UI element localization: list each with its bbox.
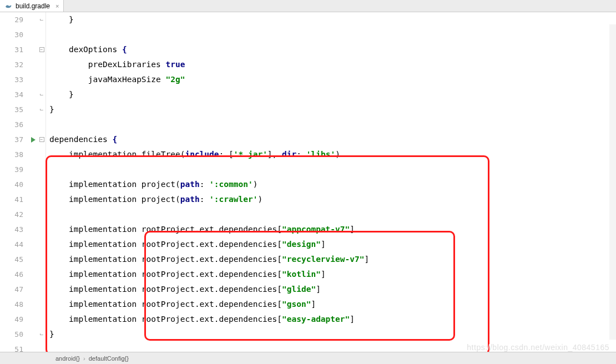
run-icon[interactable] — [31, 137, 36, 143]
line-number: 45 — [0, 252, 23, 267]
run-gutter-cell — [29, 237, 38, 252]
line-number: 43 — [0, 222, 23, 237]
run-gutter-cell — [29, 162, 38, 177]
line-number: 41 — [0, 192, 23, 207]
run-gutter-cell — [29, 252, 38, 267]
fold-collapse-icon[interactable]: − — [39, 47, 44, 52]
fold-gutter-cell[interactable]: ⌐ — [38, 12, 46, 27]
fold-gutter-cell[interactable]: ⌐ — [38, 87, 46, 102]
run-gutter — [29, 12, 38, 352]
close-icon[interactable]: × — [55, 3, 59, 9]
run-gutter-cell — [29, 177, 38, 192]
run-gutter-cell — [29, 282, 38, 297]
code-line[interactable] — [46, 207, 616, 222]
line-number: 50 — [0, 327, 23, 342]
fold-gutter-cell — [38, 162, 46, 177]
code-line[interactable]: implementation project(path: ':common') — [46, 177, 616, 192]
run-gutter-cell — [29, 147, 38, 162]
line-number: 37 — [0, 132, 23, 147]
code-line[interactable]: } — [46, 12, 616, 27]
code-line[interactable]: } — [46, 87, 616, 102]
fold-gutter-cell[interactable]: ⌐ — [38, 102, 46, 117]
run-gutter-cell — [29, 312, 38, 327]
line-number: 32 — [0, 57, 23, 72]
tab-label: build.gradle — [16, 2, 50, 10]
run-gutter-cell — [29, 12, 38, 27]
fold-gutter-cell — [38, 282, 46, 297]
run-gutter-cell — [29, 102, 38, 117]
fold-gutter-cell — [38, 147, 46, 162]
run-gutter-cell — [29, 72, 38, 87]
breadcrumb-item[interactable]: android{} — [55, 355, 80, 362]
line-number: 34 — [0, 87, 23, 102]
run-gutter-cell — [29, 27, 38, 42]
code-line[interactable]: } — [46, 327, 616, 342]
code-line[interactable]: preDexLibraries true — [46, 57, 616, 72]
breadcrumb-item[interactable]: defaultConfig{} — [89, 355, 129, 362]
tab-bar: build.gradle × — [0, 0, 616, 12]
fold-end-icon: ⌐ — [40, 12, 44, 27]
code-line[interactable]: } — [46, 102, 616, 117]
line-number-gutter: 2930313233343536373839404142434445464748… — [0, 12, 29, 352]
line-number: 29 — [0, 12, 23, 27]
line-number: 30 — [0, 27, 23, 42]
tab-build-gradle[interactable]: build.gradle × — [0, 0, 64, 12]
fold-end-icon: ⌐ — [40, 87, 44, 102]
fold-gutter-cell — [38, 297, 46, 312]
fold-end-icon: ⌐ — [40, 327, 44, 342]
fold-gutter-cell — [38, 267, 46, 282]
code-line[interactable]: implementation project(path: ':crawler') — [46, 192, 616, 207]
code-content[interactable]: } dexOptions { preDexLibraries true java… — [46, 12, 616, 352]
code-line[interactable]: implementation rootProject.ext.dependenc… — [46, 282, 616, 297]
run-gutter-cell — [29, 327, 38, 342]
fold-gutter-cell — [38, 57, 46, 72]
code-line[interactable]: implementation rootProject.ext.dependenc… — [46, 297, 616, 312]
line-number: 44 — [0, 237, 23, 252]
line-number: 42 — [0, 207, 23, 222]
line-number: 40 — [0, 177, 23, 192]
run-gutter-cell — [29, 207, 38, 222]
code-line[interactable]: implementation rootProject.ext.dependenc… — [46, 222, 616, 237]
vertical-scrollbar[interactable] — [609, 24, 616, 340]
run-gutter-cell — [29, 297, 38, 312]
fold-gutter-cell — [38, 252, 46, 267]
line-number: 39 — [0, 162, 23, 177]
line-number: 35 — [0, 102, 23, 117]
editor-area: 2930313233343536373839404142434445464748… — [0, 12, 616, 352]
code-line[interactable]: implementation rootProject.ext.dependenc… — [46, 312, 616, 327]
fold-gutter-cell — [38, 312, 46, 327]
line-number: 48 — [0, 297, 23, 312]
code-line[interactable]: dexOptions { — [46, 42, 616, 57]
fold-gutter: ⌐−⌐⌐−⌐ — [38, 12, 46, 352]
run-gutter-cell — [29, 192, 38, 207]
code-line[interactable]: implementation rootProject.ext.dependenc… — [46, 237, 616, 252]
fold-gutter-cell — [38, 72, 46, 87]
line-number: 31 — [0, 42, 23, 57]
run-gutter-cell — [29, 87, 38, 102]
fold-gutter-cell — [38, 117, 46, 132]
fold-gutter-cell[interactable]: − — [38, 132, 46, 147]
code-line[interactable] — [46, 27, 616, 42]
code-line[interactable]: implementation rootProject.ext.dependenc… — [46, 267, 616, 282]
run-gutter-cell — [29, 222, 38, 237]
code-line[interactable]: implementation fileTree(include: ['*.jar… — [46, 147, 616, 162]
code-line[interactable]: dependencies { — [46, 132, 616, 147]
line-number: 36 — [0, 117, 23, 132]
code-line[interactable]: implementation rootProject.ext.dependenc… — [46, 252, 616, 267]
fold-gutter-cell[interactable]: − — [38, 42, 46, 57]
breadcrumb: android{} › defaultConfig{} — [0, 352, 616, 364]
fold-gutter-cell[interactable]: ⌐ — [38, 327, 46, 342]
code-line[interactable]: javaMaxHeapSize "2g" — [46, 72, 616, 87]
line-number: 38 — [0, 147, 23, 162]
gradle-file-icon — [4, 2, 12, 10]
fold-gutter-cell — [38, 192, 46, 207]
code-line[interactable] — [46, 162, 616, 177]
line-number: 46 — [0, 267, 23, 282]
run-gutter-cell[interactable] — [29, 132, 38, 147]
fold-collapse-icon[interactable]: − — [39, 137, 44, 142]
line-number: 33 — [0, 72, 23, 87]
code-line[interactable] — [46, 117, 616, 132]
run-gutter-cell — [29, 42, 38, 57]
fold-end-icon: ⌐ — [40, 102, 44, 117]
run-gutter-cell — [29, 57, 38, 72]
